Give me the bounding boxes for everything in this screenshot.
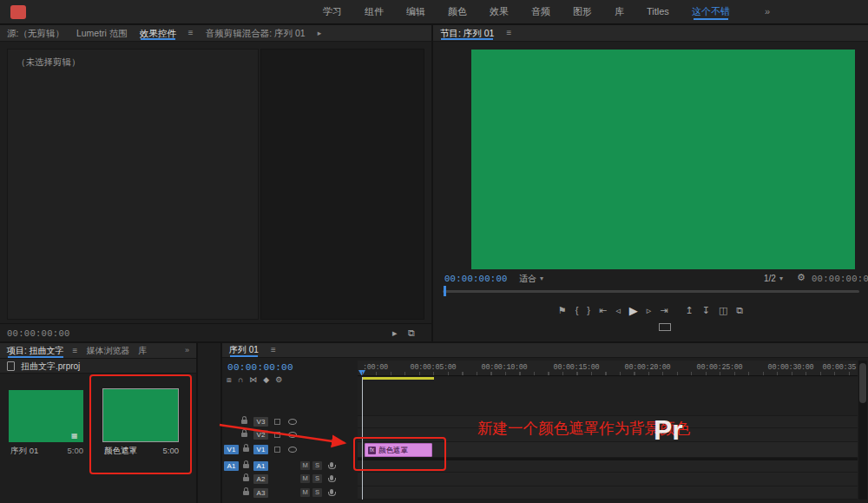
project-bin-row[interactable]: 扭曲文字.prproj <box>0 359 196 374</box>
sync-lock-icon[interactable] <box>274 432 280 438</box>
panel-menu-icon[interactable]: ≡ <box>73 346 78 356</box>
lock-icon[interactable] <box>243 464 249 468</box>
project-item-sequence[interactable]: ▦ 序列 01 5:00 <box>9 390 83 456</box>
track-lane-a3[interactable] <box>358 486 858 500</box>
track-target-badge[interactable]: V2 <box>253 430 268 440</box>
fit-dropdown[interactable]: 适合 ▾ <box>519 274 543 284</box>
tab-lumetri-scopes[interactable]: Lumetri 范围 <box>76 28 128 39</box>
scrollbar-thumb[interactable] <box>859 363 866 403</box>
program-monitor-tabbar: 节目: 序列 01 ≡ <box>433 25 868 42</box>
solo-button[interactable]: S <box>312 474 322 483</box>
mute-button[interactable]: M <box>300 488 310 497</box>
track-output-eye-icon[interactable] <box>288 432 297 438</box>
solo-button[interactable]: S <box>312 488 322 497</box>
mic-record-icon[interactable] <box>330 475 333 480</box>
snap-magnet-icon[interactable]: ∩ <box>238 375 243 385</box>
timeline-ruler[interactable]: :00:00 00:00:05:00 00:00:10:00 00:00:15:… <box>358 361 858 376</box>
mic-record-icon[interactable] <box>330 489 333 494</box>
timeline-current-timecode[interactable]: 00:00:00:00 <box>227 362 293 374</box>
lock-icon[interactable] <box>243 447 249 452</box>
track-target-badge[interactable]: V3 <box>253 417 268 427</box>
lock-icon[interactable] <box>241 433 247 437</box>
workspace-tab[interactable]: 图形 <box>573 6 592 17</box>
compare-view-icon[interactable]: ⧉ <box>408 328 415 339</box>
workspace-tab[interactable]: 学习 <box>323 6 342 17</box>
app-icon[interactable] <box>10 5 26 19</box>
playhead-caret-icon[interactable] <box>358 370 365 376</box>
tab-sequence[interactable]: 序列 01 <box>229 345 259 355</box>
extract-button[interactable]: ↧ <box>702 305 710 316</box>
track-output-eye-icon[interactable] <box>288 447 297 453</box>
track-target-badge[interactable]: V1 <box>253 445 268 454</box>
tab-audio-clip-mixer[interactable]: 音频剪辑混合器: 序列 01 <box>206 28 306 39</box>
program-scrubber-playhead[interactable] <box>444 286 446 296</box>
lock-icon[interactable] <box>241 420 247 424</box>
sync-lock-icon[interactable] <box>274 419 280 425</box>
mark-in-button[interactable]: { <box>575 305 579 316</box>
lift-button[interactable]: ↥ <box>686 305 694 316</box>
workspace-tab[interactable]: Titles <box>647 6 669 17</box>
annotation-box-project-item <box>89 374 192 474</box>
tab-overflow-chevron-icon[interactable]: ▸ <box>318 29 322 38</box>
tab-overflow-icon[interactable]: » <box>185 346 189 355</box>
source-patch-badge[interactable]: A1 <box>224 461 239 471</box>
lock-icon[interactable] <box>243 491 249 495</box>
export-frame-button[interactable]: ◫ <box>719 305 727 316</box>
add-marker-button[interactable]: ⚑ <box>558 305 567 316</box>
tab-effect-controls[interactable]: 效果控件 <box>140 28 176 39</box>
program-preview[interactable] <box>471 50 855 269</box>
workspace-switcher: 学习 组件 编辑 颜色 效果 音频 图形 库 Titles 这个不错 » <box>323 0 770 24</box>
workspace-tab[interactable]: 组件 <box>365 6 384 17</box>
program-current-timecode[interactable]: 00:00:00:00 <box>444 274 508 285</box>
play-only-icon[interactable]: ▸ <box>392 328 398 339</box>
panel-menu-icon[interactable]: ≡ <box>271 345 276 355</box>
sync-lock-icon[interactable] <box>274 447 280 453</box>
go-to-out-button[interactable]: ⇥ <box>660 305 667 316</box>
tab-source-monitor[interactable]: 源:（无剪辑） <box>7 28 64 39</box>
linked-selection-icon[interactable]: ⋈ <box>249 375 257 385</box>
track-target-badge[interactable]: A3 <box>253 488 268 498</box>
go-to-in-button[interactable]: ⇤ <box>599 305 607 316</box>
mic-record-icon[interactable] <box>330 462 333 467</box>
step-back-button[interactable]: ◃ <box>615 305 621 316</box>
monitor-settings-icon[interactable]: ⚙ <box>797 272 806 283</box>
tab-project[interactable]: 项目: 扭曲文字 <box>7 346 64 356</box>
workspace-tab-active[interactable]: 这个不错 <box>692 6 730 17</box>
lock-icon[interactable] <box>243 477 249 481</box>
track-lane-a2[interactable] <box>358 473 858 486</box>
effect-controls-timeline-area <box>260 49 424 320</box>
mute-button[interactable]: M <box>300 474 310 483</box>
workspace-tab[interactable]: 效果 <box>490 6 509 17</box>
mute-button[interactable]: M <box>300 461 310 470</box>
top-bar: 学习 组件 编辑 颜色 效果 音频 图形 库 Titles 这个不错 » <box>0 0 868 24</box>
workspace-tab[interactable]: 编辑 <box>406 6 425 17</box>
source-timecode: 00:00:00:00 <box>7 328 70 340</box>
timeline-settings-icon[interactable]: ⚙ <box>275 375 282 385</box>
program-scrubber-bar[interactable] <box>443 290 859 293</box>
playback-resolution-dropdown[interactable]: 1/2 ▾ <box>764 274 783 284</box>
button-editor-grip-icon[interactable] <box>659 323 671 331</box>
solo-button[interactable]: S <box>312 461 322 470</box>
tab-libraries[interactable]: 库 <box>138 346 147 356</box>
tab-media-browser[interactable]: 媒体浏览器 <box>86 346 129 356</box>
play-button[interactable]: ▶ <box>629 304 638 318</box>
source-patch-badge[interactable]: V1 <box>224 445 239 454</box>
comparison-view-button[interactable]: ⧉ <box>736 305 743 316</box>
ruler-label: 00:00:30:00 <box>768 363 814 372</box>
add-marker-icon[interactable]: ◆ <box>263 375 269 385</box>
workspace-tab[interactable]: 颜色 <box>448 6 467 17</box>
mark-out-button[interactable]: } <box>587 305 590 316</box>
panel-menu-icon[interactable]: ≡ <box>188 28 194 38</box>
track-target-badge[interactable]: A2 <box>253 474 268 484</box>
track-target-badge[interactable]: A1 <box>253 461 268 471</box>
panel-menu-icon[interactable]: ≡ <box>506 28 511 38</box>
workspace-tab[interactable]: 音频 <box>531 6 550 17</box>
workspace-overflow-button[interactable]: » <box>765 6 770 17</box>
timeline-scrollbar[interactable] <box>858 361 867 500</box>
tab-program-monitor[interactable]: 节目: 序列 01 <box>440 28 494 39</box>
ruler-label: 00:00:20:00 <box>625 363 671 372</box>
workspace-tab[interactable]: 库 <box>615 6 624 17</box>
track-output-eye-icon[interactable] <box>288 419 297 425</box>
step-forward-button[interactable]: ▹ <box>647 305 652 316</box>
nest-toggle-icon[interactable]: ⧈ <box>227 375 232 385</box>
